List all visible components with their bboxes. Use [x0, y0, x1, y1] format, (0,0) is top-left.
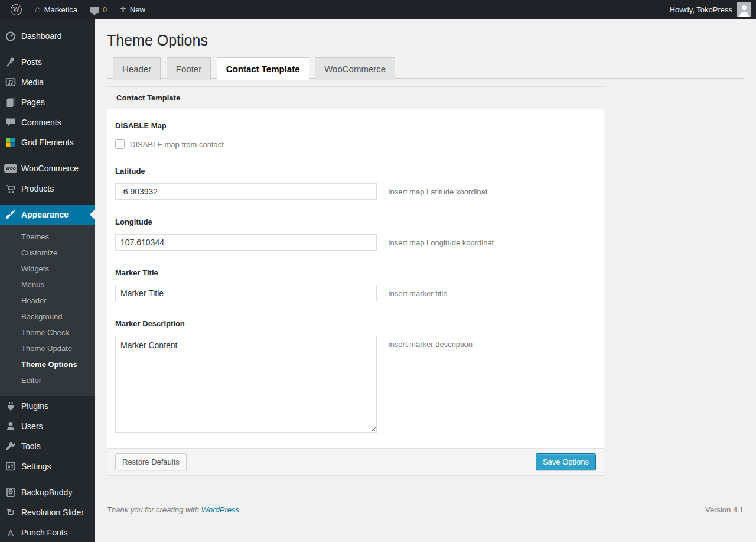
sidebar-item-punch-fonts[interactable]: A Punch Fonts: [0, 522, 94, 542]
settings-icon: [5, 460, 17, 472]
menu-separator: [0, 152, 94, 158]
submenu-item-customize[interactable]: Customize: [0, 245, 94, 261]
tab-contact-template[interactable]: Contact Template: [217, 57, 309, 80]
latitude-input[interactable]: [115, 183, 377, 200]
sidebar-item-backupbuddy[interactable]: BackupBuddy: [0, 482, 94, 502]
sidebar-item-comments[interactable]: Comments: [0, 112, 94, 132]
comments-shortcut[interactable]: 0: [86, 0, 112, 19]
plus-icon: +: [120, 4, 126, 14]
submenu-item-header[interactable]: Header: [0, 293, 94, 309]
sidebar-item-label: WooCommerce: [21, 164, 79, 173]
field-hint: Insert map Longitude koordinat: [388, 238, 494, 247]
appearance-submenu: Themes Customize Widgets Menus Header Ba…: [0, 225, 94, 396]
menu-separator: [0, 199, 94, 205]
marker-description-textarea[interactable]: Marker Content: [115, 336, 377, 433]
comments-count: 0: [103, 5, 107, 14]
grid-elements-icon: [5, 137, 17, 148]
longitude-input[interactable]: [115, 234, 377, 251]
refresh-icon: ↻: [5, 507, 17, 518]
sidebar-item-settings[interactable]: Settings: [0, 456, 94, 476]
sidebar-item-woocommerce[interactable]: Woo WooCommerce: [0, 158, 94, 178]
sidebar-item-products[interactable]: Products: [0, 178, 94, 199]
sidebar-item-label: Grid Elements: [21, 138, 74, 147]
brush-icon: [5, 209, 17, 220]
panel-body: DISABLE Map DISABLE map from contact Lat…: [107, 109, 604, 448]
media-icon: [5, 76, 17, 88]
wordpress-link[interactable]: WordPress: [201, 505, 239, 514]
site-name: Marketica: [44, 5, 77, 14]
backup-drive-icon: [5, 486, 17, 498]
sidebar-item-label: Punch Fonts: [21, 528, 68, 537]
field-label: Marker Description: [115, 319, 596, 328]
sidebar-item-label: Appearance: [21, 210, 69, 219]
disable-map-field: DISABLE Map DISABLE map from contact: [115, 121, 596, 149]
tab-woocommerce[interactable]: WooCommerce: [315, 57, 395, 80]
new-content-menu[interactable]: + New: [115, 0, 150, 19]
submenu-item-themes[interactable]: Themes: [0, 229, 94, 245]
new-label: New: [130, 5, 145, 14]
pin-icon: [5, 56, 17, 68]
sidebar-item-label: Products: [21, 184, 54, 193]
comment-bubble-icon: [90, 7, 99, 13]
contact-template-panel: Contact Template DISABLE Map DISABLE map…: [107, 86, 604, 476]
home-icon: ⌂: [35, 5, 41, 14]
field-label: DISABLE Map: [115, 121, 596, 130]
submenu-item-editor[interactable]: Editor: [0, 372, 94, 388]
tab-footer[interactable]: Footer: [167, 57, 211, 80]
disable-map-checkbox[interactable]: [115, 139, 125, 149]
submenu-item-theme-check[interactable]: Theme Check: [0, 324, 94, 340]
sidebar-item-label: Tools: [21, 442, 41, 450]
panel-title: Contact Template: [107, 87, 604, 109]
sidebar-item-label: Posts: [21, 58, 42, 66]
sidebar-item-grid-elements[interactable]: Grid Elements: [0, 132, 94, 152]
submenu-item-theme-options[interactable]: Theme Options: [0, 356, 94, 372]
wp-logo-menu[interactable]: W: [6, 0, 27, 19]
sidebar-item-media[interactable]: Media: [0, 72, 94, 92]
submenu-item-menus[interactable]: Menus: [0, 277, 94, 293]
marker-description-field: Marker Description Marker Content Insert…: [115, 319, 596, 433]
wrench-icon: [5, 440, 17, 452]
restore-defaults-button[interactable]: Restore Defaults: [115, 453, 187, 470]
sidebar-item-pages[interactable]: Pages: [0, 92, 94, 112]
field-label: Latitude: [115, 167, 596, 176]
save-options-button[interactable]: Save Options: [536, 453, 596, 470]
field-hint: Insert marker title: [388, 289, 447, 298]
marker-title-field: Marker Title Insert marker title: [115, 268, 596, 301]
avatar[interactable]: [737, 2, 751, 17]
cart-icon: [5, 183, 17, 194]
sidebar-item-label: BackupBuddy: [21, 488, 72, 496]
submenu-item-widgets[interactable]: Widgets: [0, 261, 94, 277]
panel-footer: Restore Defaults Save Options: [107, 448, 604, 475]
tab-bar: Header Footer Contact Template WooCommer…: [107, 57, 744, 79]
admin-bar: W ⌂ Marketica 0 + New Howdy, TokoPress: [0, 0, 756, 19]
plug-icon: [5, 400, 17, 412]
marker-title-input[interactable]: [115, 285, 377, 301]
letter-a-icon: A: [5, 527, 17, 538]
checkbox-label: DISABLE map from contact: [130, 140, 224, 149]
sidebar-item-label: Revolution Slider: [21, 508, 84, 517]
main-content: Theme Options Header Footer Contact Temp…: [94, 19, 756, 542]
howdy-account-link[interactable]: Howdy, TokoPress: [670, 5, 732, 14]
longitude-field: Longitude Insert map Longitude koordinat: [115, 218, 596, 251]
sidebar-item-plugins[interactable]: Plugins: [0, 396, 94, 416]
sidebar-item-revolution-slider[interactable]: ↻ Revolution Slider: [0, 502, 94, 522]
pages-icon: [5, 96, 17, 108]
sidebar-item-users[interactable]: Users: [0, 416, 94, 436]
submenu-item-theme-update[interactable]: Theme Update: [0, 340, 94, 356]
submenu-item-background[interactable]: Background: [0, 309, 94, 324]
sidebar-item-label: Pages: [21, 98, 45, 106]
user-icon: [5, 420, 17, 432]
menu-separator: [0, 46, 94, 52]
sidebar-item-tools[interactable]: Tools: [0, 436, 94, 456]
sidebar-item-label: Media: [21, 78, 44, 86]
wordpress-logo-icon: W: [11, 4, 22, 15]
sidebar-item-dashboard[interactable]: Dashboard: [0, 26, 94, 46]
site-link[interactable]: ⌂ Marketica: [30, 0, 82, 19]
tab-header[interactable]: Header: [113, 57, 161, 80]
woocommerce-icon: Woo: [5, 163, 17, 174]
sidebar-item-label: Settings: [21, 462, 51, 470]
sidebar-item-posts[interactable]: Posts: [0, 52, 94, 72]
field-label: Longitude: [115, 218, 596, 226]
sidebar-item-appearance[interactable]: Appearance: [0, 205, 94, 225]
user-silhouette-icon: [737, 2, 751, 17]
